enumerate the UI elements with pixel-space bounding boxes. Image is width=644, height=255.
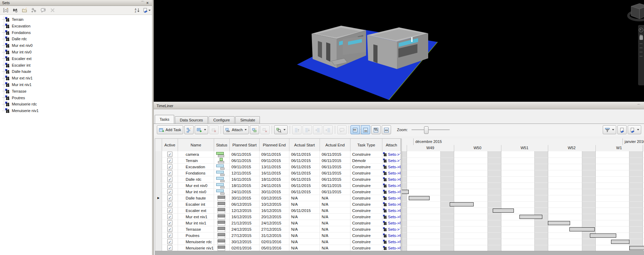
planned-end-cell[interactable]: 18/11/2015 [260,176,289,182]
table-row[interactable]: ▶✓Dalle haute30/11/201503/12/2015N/AN/AC… [155,195,401,201]
gantt-planned-actual-button[interactable] [371,125,381,134]
planned-end-cell[interactable]: 02/01/2016 [260,239,289,245]
close-icon[interactable]: × [145,1,150,5]
name-cell[interactable]: Mur ext niv1 [178,214,214,220]
attached-set-link[interactable]: Sets->Ter [383,152,400,156]
active-checkbox[interactable]: ✓ [167,152,172,157]
find-items-button[interactable] [11,7,19,14]
actual-start-cell[interactable]: N/A [289,245,320,251]
attach-cell[interactable]: Sets->Mu [382,189,401,195]
name-cell[interactable]: Escalier int [178,201,214,207]
task-type-cell[interactable]: Construire [350,182,382,189]
attached-set-link[interactable]: Sets->Exc [383,165,400,169]
planned-end-cell[interactable]: 09/11/2015 [260,151,289,158]
sets-tree-item[interactable]: Terrasse [2,88,26,94]
active-checkbox[interactable]: ✓ [167,164,172,169]
name-cell[interactable]: Mur int niv1 [178,220,214,226]
actual-end-cell[interactable]: 06/11/2015 [320,170,350,176]
gantt-task-bar[interactable] [569,227,595,231]
attached-set-link[interactable]: Sets->Dal [383,196,400,200]
attach-cell[interactable]: Sets->Ter [382,151,401,158]
table-row[interactable]: ✓Mur int niv121/12/201524/12/2015N/AN/AC… [155,220,401,226]
name-cell[interactable]: Menuiserie niv1 [178,245,214,251]
row-selector[interactable] [155,170,162,176]
planned-start-cell[interactable]: 18/11/2015 [230,182,260,189]
actual-end-cell[interactable]: 06/11/2015 [320,176,350,182]
actual-start-cell[interactable]: N/A [289,201,320,207]
find-items-button[interactable] [274,125,288,134]
name-cell[interactable]: Dalle haute [178,195,214,201]
attached-set-link[interactable]: Sets->Ter [383,159,400,163]
attach-cell[interactable]: Sets->Dal [382,195,401,201]
actual-start-cell[interactable]: 06/11/2015 [289,151,320,158]
sets-tree-item[interactable]: Dalle rdc [2,36,27,42]
active-checkbox[interactable]: ✓ [167,233,172,238]
active-checkbox[interactable]: ✓ [167,158,172,163]
attach-cell[interactable]: Sets->Esc [382,207,401,214]
attached-set-link[interactable]: Sets->Mu [383,190,400,194]
gantt-actual-button[interactable] [382,125,391,134]
insert-task-button[interactable] [184,125,194,134]
actual-start-cell[interactable]: 06/11/2015 [289,189,320,195]
auto-add-tasks-button[interactable] [195,125,208,134]
steering-wheel-icon[interactable] [639,28,643,32]
attach-cell[interactable]: Sets->Mu [382,182,401,189]
task-type-cell[interactable]: Démolir [350,158,382,164]
planned-start-cell[interactable]: 30/11/2015 [230,195,260,201]
planned-start-cell[interactable]: 16/11/2015 [230,176,260,182]
row-selector[interactable] [155,220,162,226]
planned-end-cell[interactable]: 16/12/2015 [260,207,289,214]
delete-button[interactable] [48,7,57,14]
row-selector[interactable] [155,232,162,239]
planned-start-cell[interactable]: 06/11/2015 [230,151,260,158]
row-selector[interactable] [155,176,162,182]
attach-cell[interactable]: Sets->Me [382,239,401,245]
sets-tree-item[interactable]: Terrain [2,16,24,23]
table-row[interactable]: ✓Terrain06/11/201509/11/201506/11/201506… [155,158,401,164]
attached-set-link[interactable]: Sets->Me [383,240,400,244]
actual-start-cell[interactable]: N/A [289,214,320,220]
task-type-cell[interactable]: Construire [350,232,382,239]
tab-configure[interactable]: Configure [209,116,235,124]
actual-start-cell[interactable]: 06/11/2015 [289,164,320,170]
outdent-button[interactable] [323,125,333,134]
planned-end-cell[interactable]: 24/11/2015 [260,182,289,189]
active-checkbox[interactable]: ✓ [167,177,172,182]
actual-end-cell[interactable]: 06/11/2015 [320,151,350,158]
row-selector[interactable] [155,151,162,158]
actual-start-cell[interactable]: N/A [289,226,320,232]
attached-set-link[interactable]: Sets->Esc [383,209,400,213]
sets-tree-item[interactable]: Mur ext niv0 [2,42,33,49]
sets-tree-item[interactable]: Menuiserie niv1 [2,108,39,114]
active-checkbox[interactable]: ✓ [167,208,172,213]
attached-set-link[interactable]: Sets->For [383,171,400,175]
gantt-task-bar[interactable] [409,196,430,200]
sets-tree-item[interactable]: Poutres [2,95,25,101]
actual-end-cell[interactable]: 06/11/2015 [320,189,350,195]
task-type-cell[interactable]: Construire [350,220,382,226]
active-checkbox[interactable]: ✓ [167,214,172,219]
export-schedule-button[interactable] [617,125,627,134]
move-down-button[interactable] [303,125,312,134]
nav-tool-icon[interactable] [639,43,643,44]
sets-tree-item[interactable]: Fondations [2,29,31,36]
name-cell[interactable]: Mur int niv0 [178,189,214,195]
active-checkbox[interactable]: ✓ [167,170,172,176]
planned-start-cell[interactable]: 06/12/2015 [230,201,260,207]
attached-set-link[interactable]: Sets->Ter [383,227,400,231]
table-row[interactable]: ✓Fondations12/11/201516/11/201506/11/201… [155,170,401,176]
sets-tree-item[interactable]: Mur int niv1 [2,82,32,88]
sets-tree-item[interactable]: Escalier int [2,62,31,68]
actual-end-cell[interactable]: 06/11/2015 [320,182,350,189]
actual-end-cell[interactable]: N/A [320,207,350,214]
task-type-cell[interactable]: Construire [350,151,382,158]
gantt-task-bar[interactable] [590,233,616,238]
planned-end-cell[interactable]: 30/11/2015 [260,189,289,195]
table-row[interactable]: ✓Mur int niv024/11/201530/11/201506/11/2… [155,189,401,195]
actual-end-cell[interactable]: N/A [320,245,350,251]
name-cell[interactable]: Poutres [178,232,214,239]
row-selector[interactable] [155,245,162,251]
name-cell[interactable]: Escalier ext [178,207,214,214]
table-row[interactable]: ✓Escalier ext12/12/201516/12/201506/11/2… [155,207,401,214]
planned-end-cell[interactable]: 03/12/2015 [260,195,289,201]
